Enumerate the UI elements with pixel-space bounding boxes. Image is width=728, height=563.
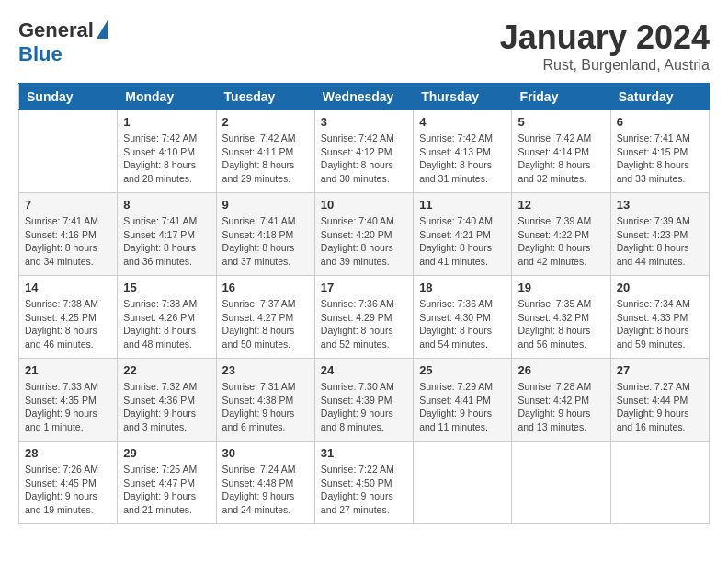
calendar-cell: 31Sunrise: 7:22 AMSunset: 4:50 PMDayligh…: [314, 442, 413, 524]
day-number: 6: [617, 115, 703, 129]
day-number: 21: [25, 363, 111, 377]
day-info: Sunrise: 7:40 AMSunset: 4:21 PMDaylight:…: [419, 214, 506, 269]
day-info: Sunrise: 7:36 AMSunset: 4:29 PMDaylight:…: [321, 297, 407, 351]
calendar-cell: 8Sunrise: 7:41 AMSunset: 4:17 PMDaylight…: [118, 193, 216, 276]
calendar-cell: 11Sunrise: 7:40 AMSunset: 4:21 PMDayligh…: [414, 193, 512, 276]
day-number: 4: [419, 115, 506, 129]
day-number: 5: [518, 115, 604, 129]
calendar-cell: 16Sunrise: 7:37 AMSunset: 4:27 PMDayligh…: [216, 276, 314, 359]
calendar-cell: 17Sunrise: 7:36 AMSunset: 4:29 PMDayligh…: [314, 276, 413, 359]
day-number: 2: [222, 115, 309, 129]
day-info: Sunrise: 7:37 AMSunset: 4:27 PMDaylight:…: [222, 297, 309, 351]
day-number: 13: [617, 198, 703, 212]
calendar-cell: [414, 442, 512, 524]
day-number: 14: [25, 281, 111, 294]
day-info: Sunrise: 7:28 AMSunset: 4:42 PMDaylight:…: [518, 380, 604, 434]
calendar-cell: [512, 442, 610, 524]
weekday-header-tuesday: Tuesday: [216, 84, 314, 110]
day-info: Sunrise: 7:38 AMSunset: 4:26 PMDaylight:…: [123, 297, 210, 351]
day-info: Sunrise: 7:32 AMSunset: 4:36 PMDaylight:…: [123, 380, 210, 434]
calendar-cell: 12Sunrise: 7:39 AMSunset: 4:22 PMDayligh…: [512, 193, 610, 276]
calendar-cell: 26Sunrise: 7:28 AMSunset: 4:42 PMDayligh…: [512, 359, 610, 442]
day-number: 10: [321, 198, 407, 212]
day-number: 9: [222, 198, 309, 212]
title-section: January 2024 Rust, Burgenland, Austria: [500, 18, 710, 74]
day-info: Sunrise: 7:38 AMSunset: 4:25 PMDaylight:…: [25, 297, 111, 351]
logo: General Blue: [18, 18, 108, 66]
day-number: 20: [617, 281, 703, 294]
calendar-cell: 22Sunrise: 7:32 AMSunset: 4:36 PMDayligh…: [118, 359, 216, 442]
day-info: Sunrise: 7:42 AMSunset: 4:12 PMDaylight:…: [321, 132, 407, 186]
calendar-cell: 30Sunrise: 7:24 AMSunset: 4:48 PMDayligh…: [216, 442, 314, 524]
day-info: Sunrise: 7:42 AMSunset: 4:11 PMDaylight:…: [222, 132, 309, 186]
day-info: Sunrise: 7:26 AMSunset: 4:45 PMDaylight:…: [25, 463, 111, 517]
page-header: General Blue January 2024 Rust, Burgenla…: [18, 18, 710, 74]
calendar-cell: 2Sunrise: 7:42 AMSunset: 4:11 PMDaylight…: [216, 110, 314, 193]
calendar-cell: 3Sunrise: 7:42 AMSunset: 4:12 PMDaylight…: [314, 110, 413, 193]
calendar-cell: [610, 442, 709, 524]
day-number: 1: [123, 115, 210, 129]
calendar-cell: 24Sunrise: 7:30 AMSunset: 4:39 PMDayligh…: [314, 359, 413, 442]
day-info: Sunrise: 7:24 AMSunset: 4:48 PMDaylight:…: [222, 463, 309, 517]
calendar-cell: [19, 110, 118, 193]
day-number: 28: [25, 446, 111, 460]
calendar-cell: 29Sunrise: 7:25 AMSunset: 4:47 PMDayligh…: [118, 442, 216, 524]
weekday-header-thursday: Thursday: [414, 84, 512, 110]
logo-general-text: General: [18, 18, 94, 42]
calendar-week-row: 1Sunrise: 7:42 AMSunset: 4:10 PMDaylight…: [19, 110, 710, 193]
day-number: 27: [617, 363, 703, 377]
weekday-header-row: SundayMondayTuesdayWednesdayThursdayFrid…: [19, 84, 710, 110]
calendar-cell: 14Sunrise: 7:38 AMSunset: 4:25 PMDayligh…: [19, 276, 118, 359]
logo-triangle-icon: [97, 20, 108, 39]
calendar-cell: 7Sunrise: 7:41 AMSunset: 4:16 PMDaylight…: [19, 193, 118, 276]
weekday-header-saturday: Saturday: [610, 84, 709, 110]
calendar-week-row: 28Sunrise: 7:26 AMSunset: 4:45 PMDayligh…: [19, 442, 710, 524]
day-number: 30: [222, 446, 309, 460]
calendar-cell: 23Sunrise: 7:31 AMSunset: 4:38 PMDayligh…: [216, 359, 314, 442]
calendar-cell: 19Sunrise: 7:35 AMSunset: 4:32 PMDayligh…: [512, 276, 610, 359]
day-number: 24: [321, 363, 407, 377]
day-number: 11: [419, 198, 506, 212]
calendar-cell: 21Sunrise: 7:33 AMSunset: 4:35 PMDayligh…: [19, 359, 118, 442]
day-info: Sunrise: 7:39 AMSunset: 4:23 PMDaylight:…: [617, 214, 703, 269]
location-subtitle: Rust, Burgenland, Austria: [500, 57, 710, 74]
calendar-cell: 1Sunrise: 7:42 AMSunset: 4:10 PMDaylight…: [118, 110, 216, 193]
calendar-cell: 20Sunrise: 7:34 AMSunset: 4:33 PMDayligh…: [610, 276, 709, 359]
weekday-header-wednesday: Wednesday: [314, 84, 413, 110]
day-info: Sunrise: 7:42 AMSunset: 4:10 PMDaylight:…: [123, 132, 210, 186]
calendar-cell: 5Sunrise: 7:42 AMSunset: 4:14 PMDaylight…: [512, 110, 610, 193]
calendar-cell: 10Sunrise: 7:40 AMSunset: 4:20 PMDayligh…: [314, 193, 413, 276]
month-year-title: January 2024: [500, 18, 710, 57]
day-number: 8: [123, 198, 210, 212]
day-number: 26: [518, 363, 604, 377]
weekday-header-monday: Monday: [118, 84, 216, 110]
day-number: 12: [518, 198, 604, 212]
calendar-week-row: 21Sunrise: 7:33 AMSunset: 4:35 PMDayligh…: [19, 359, 710, 442]
calendar-table: SundayMondayTuesdayWednesdayThursdayFrid…: [18, 83, 710, 524]
day-number: 16: [222, 281, 309, 294]
calendar-cell: 6Sunrise: 7:41 AMSunset: 4:15 PMDaylight…: [610, 110, 709, 193]
weekday-header-friday: Friday: [512, 84, 610, 110]
day-info: Sunrise: 7:36 AMSunset: 4:30 PMDaylight:…: [419, 297, 506, 351]
calendar-cell: 4Sunrise: 7:42 AMSunset: 4:13 PMDaylight…: [414, 110, 512, 193]
calendar-cell: 9Sunrise: 7:41 AMSunset: 4:18 PMDaylight…: [216, 193, 314, 276]
calendar-cell: 27Sunrise: 7:27 AMSunset: 4:44 PMDayligh…: [610, 359, 709, 442]
day-info: Sunrise: 7:34 AMSunset: 4:33 PMDaylight:…: [617, 297, 703, 351]
day-number: 7: [25, 198, 111, 212]
calendar-cell: 28Sunrise: 7:26 AMSunset: 4:45 PMDayligh…: [19, 442, 118, 524]
day-info: Sunrise: 7:27 AMSunset: 4:44 PMDaylight:…: [617, 380, 703, 434]
day-number: 31: [321, 446, 407, 460]
calendar-cell: 13Sunrise: 7:39 AMSunset: 4:23 PMDayligh…: [610, 193, 709, 276]
weekday-header-sunday: Sunday: [19, 84, 118, 110]
day-number: 15: [123, 281, 210, 294]
day-info: Sunrise: 7:41 AMSunset: 4:18 PMDaylight:…: [222, 214, 309, 269]
day-info: Sunrise: 7:22 AMSunset: 4:50 PMDaylight:…: [321, 463, 407, 517]
day-info: Sunrise: 7:41 AMSunset: 4:15 PMDaylight:…: [617, 132, 703, 186]
day-info: Sunrise: 7:40 AMSunset: 4:20 PMDaylight:…: [321, 214, 407, 269]
day-info: Sunrise: 7:39 AMSunset: 4:22 PMDaylight:…: [518, 214, 604, 269]
logo-blue-text: Blue: [18, 42, 63, 66]
calendar-week-row: 14Sunrise: 7:38 AMSunset: 4:25 PMDayligh…: [19, 276, 710, 359]
day-info: Sunrise: 7:42 AMSunset: 4:14 PMDaylight:…: [518, 132, 604, 186]
day-info: Sunrise: 7:42 AMSunset: 4:13 PMDaylight:…: [419, 132, 506, 186]
calendar-cell: 25Sunrise: 7:29 AMSunset: 4:41 PMDayligh…: [414, 359, 512, 442]
